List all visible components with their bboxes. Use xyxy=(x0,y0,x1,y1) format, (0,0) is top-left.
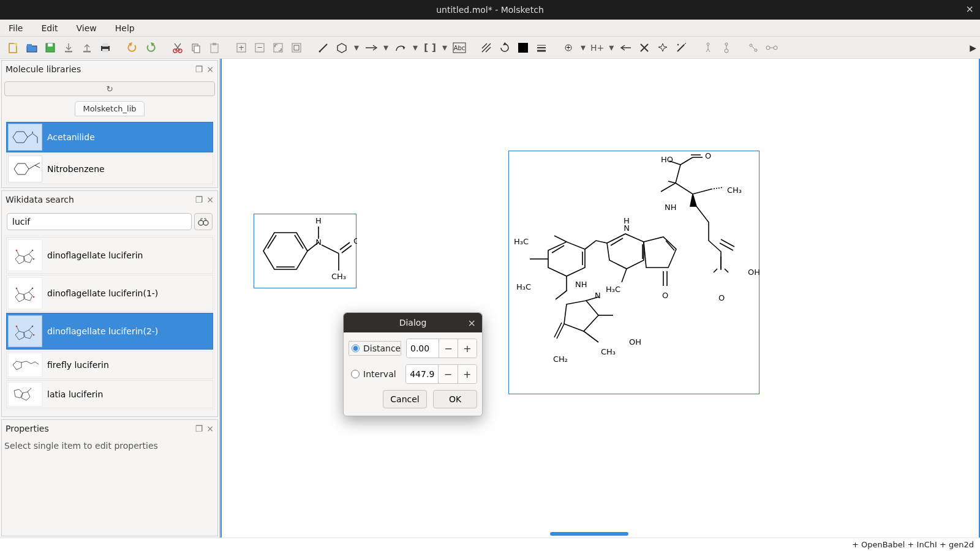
molecule-selection-acetanilide[interactable]: H N O CH₃ xyxy=(254,214,356,288)
svg-marker-47 xyxy=(13,132,28,143)
cut-icon[interactable] xyxy=(170,40,185,55)
hydrogen-tool-icon[interactable]: H+ xyxy=(590,40,604,55)
library-item-nitrobenzene[interactable]: Nitrobenzene xyxy=(6,154,213,184)
close-panel-icon[interactable]: × xyxy=(206,195,214,204)
misc-tool-4-icon[interactable] xyxy=(764,40,779,55)
print-icon[interactable] xyxy=(98,40,113,55)
binoculars-icon[interactable] xyxy=(194,213,213,230)
misc-tool-1-icon[interactable] xyxy=(701,40,715,55)
redo-icon[interactable] xyxy=(143,40,158,55)
menu-view[interactable]: View xyxy=(73,22,100,34)
erase-tool-icon[interactable] xyxy=(637,40,652,55)
interval-increment-button[interactable]: + xyxy=(458,365,477,383)
close-panel-icon[interactable]: × xyxy=(206,424,214,433)
flip-tool-icon[interactable] xyxy=(619,40,633,55)
misc-tool-3-icon[interactable] xyxy=(746,40,761,55)
chevron-down-icon[interactable]: ▾ xyxy=(441,40,448,55)
wikidata-search-input[interactable] xyxy=(7,213,192,230)
chevron-down-icon[interactable]: ▾ xyxy=(382,40,390,55)
library-item-acetanilide[interactable]: Acetanilide xyxy=(6,122,213,152)
radio-interval[interactable]: Interval xyxy=(349,367,401,381)
interval-decrement-button[interactable]: − xyxy=(438,365,457,383)
window-titlebar: untitled.mol* - Molsketch × xyxy=(0,0,980,20)
drawing-canvas[interactable]: H N O CH₃ xyxy=(221,59,980,538)
svg-marker-62 xyxy=(15,331,24,340)
chevron-down-icon[interactable]: ▾ xyxy=(412,40,419,55)
paste-icon[interactable] xyxy=(207,40,222,55)
svg-point-41 xyxy=(725,43,728,45)
distance-input[interactable] xyxy=(407,339,439,358)
open-file-icon[interactable] xyxy=(24,40,39,55)
wiki-item[interactable]: dinoflagellate luciferin xyxy=(6,237,213,274)
radio-interval-input[interactable] xyxy=(351,370,360,378)
svg-point-61 xyxy=(33,296,35,298)
export-icon[interactable] xyxy=(80,40,94,55)
ring-tool-icon[interactable] xyxy=(334,40,349,55)
atom-label: O xyxy=(718,293,725,302)
close-panel-icon[interactable]: × xyxy=(206,64,214,74)
zoom-fit-icon[interactable] xyxy=(271,40,285,55)
molecule-selection-luciferin[interactable]: HO O NH CH₃ N H H₃C H₃C NH H₃C O OH O N … xyxy=(508,151,760,394)
menu-edit[interactable]: Edit xyxy=(37,22,61,34)
svg-point-55 xyxy=(32,250,34,252)
wiki-item[interactable]: latia luciferin xyxy=(6,380,213,408)
clean-tool-icon[interactable] xyxy=(655,40,670,55)
detach-panel-icon[interactable]: ❐ xyxy=(195,64,203,74)
library-tab-molsketch[interactable]: Molsketch_lib xyxy=(75,101,144,116)
menu-file[interactable]: File xyxy=(5,22,26,34)
distance-decrement-button[interactable]: − xyxy=(439,339,458,358)
distance-increment-button[interactable]: + xyxy=(458,339,477,358)
atom-label: CH₂ xyxy=(553,354,568,364)
library-list: Acetanilide Nitrobenzene xyxy=(4,120,215,186)
interval-input[interactable] xyxy=(406,365,438,383)
color-swatch-icon[interactable] xyxy=(516,40,530,55)
menu-help[interactable]: Help xyxy=(111,22,138,34)
undo-icon[interactable] xyxy=(125,40,140,55)
curve-arrow-icon[interactable] xyxy=(393,40,408,55)
wiki-item[interactable]: dinoflagellate luciferin(1-) xyxy=(6,275,213,312)
refresh-libraries-button[interactable]: ↻ xyxy=(4,81,215,96)
wiki-item[interactable]: dinoflagellate luciferin(2-) xyxy=(6,313,213,350)
panel-header-wikidata: Wikidata search ❐ × xyxy=(2,191,217,208)
wiki-item[interactable]: firefly luciferin xyxy=(6,351,213,379)
zoom-in-icon[interactable]: + xyxy=(234,40,249,55)
rotate-icon[interactable] xyxy=(497,40,512,55)
toolbar-overflow-icon[interactable]: ▶ xyxy=(970,43,976,53)
radio-distance-input[interactable] xyxy=(352,344,360,353)
bracket-tool-icon[interactable]: [ ] xyxy=(423,40,437,55)
chevron-down-icon[interactable]: ▾ xyxy=(353,40,360,55)
save-file-icon[interactable] xyxy=(43,40,58,55)
close-icon[interactable]: × xyxy=(966,3,974,15)
dialog-close-icon[interactable]: × xyxy=(468,317,476,329)
chevron-down-icon[interactable]: ▾ xyxy=(608,40,615,55)
svg-point-44 xyxy=(755,49,757,51)
svg-point-42 xyxy=(725,49,728,53)
atom-label: O xyxy=(705,151,711,160)
detach-panel-icon[interactable]: ❐ xyxy=(195,195,203,204)
main-area: Molecule libraries ❐ × ↻ Molsketch_lib A… xyxy=(0,59,980,538)
svg-line-88 xyxy=(552,246,564,253)
draw-tool-icon[interactable] xyxy=(316,40,331,55)
zoom-reset-icon[interactable] xyxy=(289,40,304,55)
wand-tool-icon[interactable] xyxy=(674,40,688,55)
arrow-tool-icon[interactable] xyxy=(364,40,379,55)
chevron-down-icon[interactable]: ▾ xyxy=(579,40,587,55)
line-width-icon[interactable] xyxy=(534,40,549,55)
radio-distance[interactable]: Distance xyxy=(349,341,401,356)
ok-button[interactable]: OK xyxy=(433,390,477,408)
text-tool-icon[interactable]: Abc xyxy=(452,40,467,55)
svg-point-43 xyxy=(750,44,752,47)
detach-panel-icon[interactable]: ❐ xyxy=(195,424,203,433)
cancel-button[interactable]: Cancel xyxy=(383,390,427,408)
new-file-icon[interactable] xyxy=(6,40,21,55)
import-icon[interactable] xyxy=(61,40,76,55)
misc-tool-2-icon[interactable] xyxy=(719,40,734,55)
copy-icon[interactable] xyxy=(189,40,203,55)
zoom-out-icon[interactable]: − xyxy=(252,40,267,55)
library-thumb-icon xyxy=(8,124,42,151)
charge-tool-icon[interactable]: + xyxy=(561,40,576,55)
hatch-icon[interactable] xyxy=(479,40,494,55)
dialog-title-label: Dialog xyxy=(399,318,427,328)
horizontal-scroll-thumb[interactable] xyxy=(550,532,628,536)
library-item-label: Nitrobenzene xyxy=(47,164,105,174)
